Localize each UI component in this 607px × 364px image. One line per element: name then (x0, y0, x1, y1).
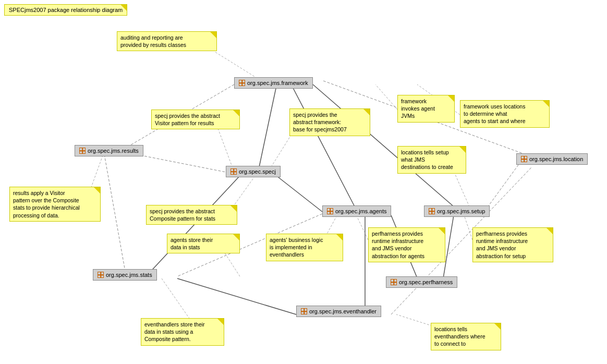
package-perfharness: org.spec.perfharness (386, 276, 457, 288)
package-icon (301, 308, 307, 314)
package-icon (521, 156, 527, 162)
package-label: org.spec.jms.stats (106, 272, 152, 278)
note-text: locations tells setup what JMS destinati… (401, 149, 453, 170)
diagram-container: SPECjms2007 package relationship diagram… (0, 0, 607, 364)
note-framework-locations: framework uses locations to determine wh… (460, 100, 550, 128)
note-text: specj provides the abstract framework: b… (293, 112, 347, 132)
title-text: SPECjms2007 package relationship diagram (9, 7, 123, 13)
svg-line-27 (464, 215, 472, 240)
note-text: perfharness provides runtime infrastruct… (476, 230, 528, 259)
svg-line-8 (104, 154, 125, 271)
package-label: org.spec.jms.eventhandler (309, 308, 377, 314)
note-text: auditing and reporting are provided by r… (120, 34, 186, 48)
note-text: eventhandlers store their data in stats … (144, 321, 205, 342)
package-location: org.spec.jms.location (516, 153, 588, 165)
note-invokes-agent: framework invokes agent JVMs (397, 95, 455, 123)
package-stats: org.spec.jms.stats (93, 269, 157, 281)
note-locations-connect: locations tells eventhandlers where to c… (431, 323, 501, 350)
note-eventhandlers-stats: eventhandlers store their data in stats … (141, 318, 224, 346)
svg-line-16 (215, 52, 256, 77)
note-text: results apply a Visitor pattern over the… (13, 190, 80, 219)
note-perfharness-agents: perfharness provides runtime infrastruct… (368, 227, 445, 262)
package-icon (79, 148, 86, 154)
note-text: framework invokes agent JVMs (401, 98, 435, 119)
package-label: org.spec.specj (239, 168, 276, 175)
package-label: org.spec.perfharness (399, 279, 453, 285)
package-specj: org.spec.specj (226, 166, 281, 177)
note-agents-store: agents store their data in stats (167, 234, 240, 253)
note-abstract-framework: specj provides the abstract framework: b… (289, 108, 370, 136)
package-icon (98, 272, 104, 278)
note-locations-setup: locations tells setup what JMS destinati… (397, 146, 466, 174)
note-visitor-results: specj provides the abstract Visitor patt… (151, 110, 240, 129)
package-label: org.spec.jms.agents (335, 208, 386, 214)
package-framework: org.spec.jms.framework (234, 77, 313, 89)
svg-line-19 (375, 84, 397, 110)
package-label: org.spec.jms.setup (437, 208, 485, 214)
note-perfharness-setup: perfharness provides runtime infrastruct… (472, 227, 553, 262)
note-text: specj provides the abstract Composite pa… (150, 208, 215, 222)
svg-line-2 (292, 86, 355, 207)
note-business-logic: agents' business logic is implemented in… (266, 234, 343, 261)
package-icon (230, 168, 237, 175)
package-label: org.spec.jms.location (529, 156, 583, 162)
package-icon (429, 208, 435, 214)
package-agents: org.spec.jms.agents (322, 205, 391, 217)
package-icon (327, 208, 333, 214)
note-text: specj provides the abstract Visitor patt… (155, 113, 220, 126)
note-auditing: auditing and reporting are provided by r… (117, 31, 217, 51)
svg-line-6 (276, 176, 322, 212)
package-label: org.spec.jms.results (88, 148, 139, 154)
note-text: perfharness provides runtime infrastruct… (372, 230, 424, 259)
note-text: locations tells eventhandlers where to c… (434, 326, 485, 347)
note-text: agents store their data in stats (171, 237, 213, 250)
package-results: org.spec.jms.results (75, 145, 143, 156)
package-icon (391, 279, 397, 285)
note-composite-stats: specj provides the abstract Composite pa… (146, 205, 237, 225)
note-visitor-pattern: results apply a Visitor pattern over the… (9, 187, 101, 222)
note-text: agents' business logic is implemented in… (270, 237, 323, 258)
svg-line-1 (259, 86, 276, 167)
package-eventhandler: org.spec.jms.eventhandler (296, 306, 381, 317)
note-text: framework uses locations to determine wh… (464, 103, 526, 124)
package-label: org.spec.jms.framework (247, 80, 308, 86)
diagram-title: SPECjms2007 package relationship diagram (4, 4, 127, 16)
svg-line-7 (146, 176, 240, 276)
package-icon (239, 80, 245, 86)
svg-line-14 (177, 278, 296, 314)
svg-line-13 (485, 161, 521, 211)
package-setup: org.spec.jms.setup (424, 205, 490, 217)
